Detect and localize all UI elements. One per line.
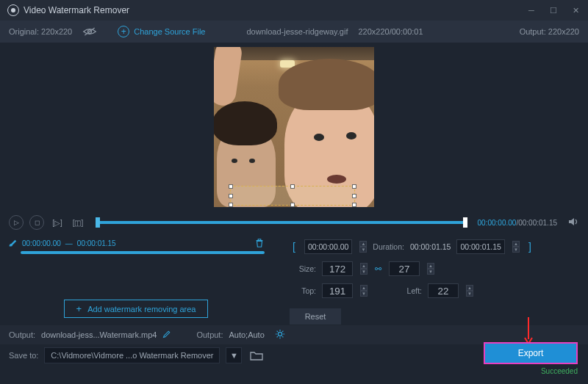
maximize-icon[interactable]: ☐ xyxy=(548,6,559,15)
size-width-field[interactable] xyxy=(322,261,353,276)
preview-toggle-icon[interactable] xyxy=(82,26,97,37)
lower-panel: 00:00:00.00 — 00:00:01.15 + Add watermar… xyxy=(0,233,588,325)
top-label: Top: xyxy=(290,286,316,295)
timeline-end-handle[interactable] xyxy=(463,217,467,228)
bracket-right-icon[interactable]: ] xyxy=(526,241,534,253)
clip-track[interactable] xyxy=(21,251,265,254)
video-preview[interactable] xyxy=(0,43,588,211)
export-button[interactable]: Export xyxy=(484,342,578,364)
plus-circle-icon: + xyxy=(118,26,129,37)
duration-value: 00:00:01.15 xyxy=(410,239,451,254)
trash-icon[interactable] xyxy=(254,238,265,248)
timeline-start-handle[interactable] xyxy=(96,217,100,228)
left-spinner[interactable]: ▲▼ xyxy=(466,285,473,297)
save-path-dropdown[interactable]: ▼ xyxy=(226,347,242,363)
close-icon[interactable]: ✕ xyxy=(570,6,581,15)
timeline-slider[interactable] xyxy=(96,217,467,228)
playback-controls: ▷ ◻ [▷] [◫] 00:00:00.00/00:00:01.15 xyxy=(0,211,588,233)
minimize-icon[interactable]: ─ xyxy=(526,6,537,15)
save-path-field[interactable]: C:\Vidmore\Vidmore ...o Watermark Remove… xyxy=(44,347,220,363)
app-title: Video Watermark Remover xyxy=(24,5,129,15)
output-format-label: Output: xyxy=(196,330,223,339)
settings-icon[interactable] xyxy=(275,329,285,341)
watermark-selection[interactable] xyxy=(230,186,355,206)
left-label: Left: xyxy=(395,286,422,295)
left-field[interactable] xyxy=(428,283,459,298)
edit-name-icon[interactable] xyxy=(162,330,171,340)
trim-start-field[interactable]: 00:00:00.00 xyxy=(304,239,352,254)
clip-end: 00:00:01.15 xyxy=(77,239,116,247)
reset-button[interactable]: Reset xyxy=(290,308,341,325)
time-display: 00:00:00.00/00:00:01.15 xyxy=(478,219,557,227)
output-format-value: Auto;Auto xyxy=(229,330,264,339)
title-bar: Video Watermark Remover ─ ☐ ✕ xyxy=(0,0,588,21)
trim-row: [ 00:00:00.00 ▲▼ Duration:00:00:01.15 00… xyxy=(290,239,578,254)
output-label: Output: xyxy=(520,27,546,36)
trim-end-spinner[interactable]: ▲▼ xyxy=(512,241,520,253)
step-fwd-button[interactable]: [◫] xyxy=(71,215,85,230)
add-watermark-area-button[interactable]: + Add watermark removing area xyxy=(64,300,209,318)
output-dims: 220x220 xyxy=(548,27,579,36)
svg-point-2 xyxy=(278,332,282,336)
size-height-field[interactable] xyxy=(389,261,420,276)
video-frame xyxy=(214,47,374,207)
top-spinner[interactable]: ▲▼ xyxy=(360,285,368,297)
clip-panel: 00:00:00.00 — 00:00:01.15 + Add watermar… xyxy=(0,233,272,325)
play-button[interactable]: ▷ xyxy=(9,215,24,230)
top-field[interactable] xyxy=(322,283,353,298)
size-row: Size: ▲▼ ⚯ ▲▼ xyxy=(290,261,578,276)
source-info: 220x220/00:00:01 xyxy=(358,27,423,36)
clip-range-row: 00:00:00.00 — 00:00:01.15 xyxy=(7,238,265,248)
duration-label: Duration: xyxy=(373,242,404,251)
export-status: Succeeded xyxy=(484,367,578,375)
export-area: Export Succeeded xyxy=(484,342,578,375)
change-source-label: Change Source File xyxy=(134,27,205,36)
step-back-button[interactable]: [▷] xyxy=(50,215,65,230)
trim-end-field[interactable]: 00:00:01.15 xyxy=(456,239,504,254)
trim-start-spinner[interactable]: ▲▼ xyxy=(359,241,367,253)
clip-start: 00:00:00.00 xyxy=(22,239,61,247)
app-logo-icon xyxy=(7,4,19,16)
size-height-spinner[interactable]: ▲▼ xyxy=(427,263,434,275)
output-dims-group: Output: 220x220 xyxy=(520,27,579,36)
bracket-left-icon[interactable]: [ xyxy=(290,241,298,253)
original-label: Original: xyxy=(9,27,39,36)
size-label: Size: xyxy=(290,264,316,273)
source-info-bar: Original: 220x220 + Change Source File d… xyxy=(0,21,588,43)
volume-icon[interactable] xyxy=(567,216,579,229)
position-row: Top: ▲▼ Left: ▲▼ xyxy=(290,283,578,298)
app-logo: Video Watermark Remover xyxy=(7,4,129,16)
size-width-spinner[interactable]: ▲▼ xyxy=(360,263,368,275)
output-file-name: download-jess...Watermark.mp4 xyxy=(41,330,157,339)
change-source-button[interactable]: + Change Source File xyxy=(118,26,205,37)
save-to-label: Save to: xyxy=(9,351,38,360)
source-filename: download-jesse-ridgeway.gif xyxy=(246,27,348,36)
region-panel: [ 00:00:00.00 ▲▼ Duration:00:00:01.15 00… xyxy=(272,233,588,325)
add-area-label: Add watermark removing area xyxy=(87,305,196,314)
stop-button[interactable]: ◻ xyxy=(29,215,44,230)
link-icon[interactable]: ⚯ xyxy=(373,264,383,273)
original-dims: 220x220 xyxy=(41,27,72,36)
output-file-label: Output: xyxy=(9,330,35,339)
open-folder-icon[interactable] xyxy=(248,347,265,363)
brush-icon xyxy=(7,238,18,248)
plus-icon: + xyxy=(76,304,82,314)
